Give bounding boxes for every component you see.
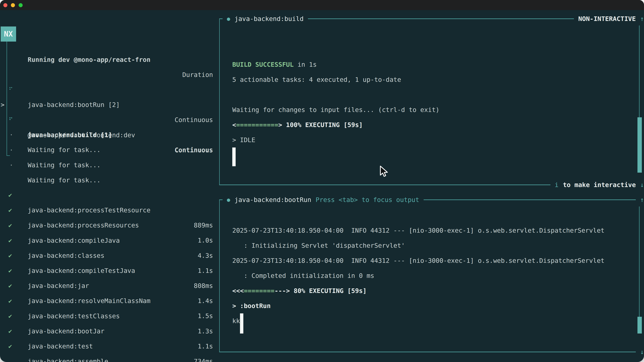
build-output-panel[interactable]: ● java-backend:build NON-INTERACTIVE ↑ B… bbox=[219, 19, 644, 185]
border-line bbox=[219, 185, 550, 185]
build-panel-header: ● java-backend:build NON-INTERACTIVE ↑ bbox=[219, 14, 644, 24]
completed-task-row[interactable]: ✔ java-backend:assemble 774ms bbox=[0, 324, 225, 339]
close-button[interactable] bbox=[3, 3, 8, 7]
waiting-task-row: · Waiting for task... bbox=[0, 127, 225, 142]
progress-left-cap: <<< bbox=[232, 287, 244, 295]
waiting-label: Waiting for task... bbox=[28, 158, 100, 173]
task-duration: 1.1s bbox=[198, 339, 213, 354]
build-successful-text: BUILD SUCCESSFUL bbox=[232, 61, 294, 68]
panel-left-border bbox=[219, 19, 220, 185]
task-row-build-selected[interactable]: > ⠋ java-backend:build [1] Continuous bbox=[0, 82, 225, 97]
interactive-hint-key: i bbox=[555, 181, 559, 189]
bootrun-output-panel[interactable]: ● java-backend:bootRun Press <tab> to fo… bbox=[219, 200, 644, 352]
scroll-up-icon[interactable]: ↑ bbox=[640, 196, 644, 203]
panel-title: java-backend:bootRun bbox=[234, 196, 311, 203]
interactive-hint-text: to make interactive bbox=[563, 181, 636, 189]
scrollbar-track[interactable] bbox=[639, 25, 640, 117]
scrollbar-track[interactable] bbox=[639, 206, 640, 317]
progress-left-cap: < bbox=[232, 121, 236, 129]
completed-task-row[interactable]: ✔ java-backend:jar 1.4s bbox=[0, 248, 225, 263]
panel-left-border bbox=[219, 200, 220, 352]
zoom-button[interactable] bbox=[18, 3, 23, 7]
panel-title: java-backend:build bbox=[234, 15, 304, 22]
progress-label: 100% EXECUTING [59s] bbox=[282, 121, 362, 129]
task-bullet-icon: ● bbox=[227, 197, 230, 203]
border-stub bbox=[219, 18, 222, 19]
task-row-bootrun[interactable]: ⠋ java-backend:bootRun [2] Continuous bbox=[0, 67, 225, 82]
build-time-text: in 1s bbox=[294, 61, 317, 68]
scroll-up-icon[interactable]: ↑ bbox=[640, 15, 644, 22]
typed-input[interactable]: kk bbox=[232, 313, 240, 329]
task-row-frontend-dev[interactable]: ⠋ @mono-app/react-frontend:dev Continuou… bbox=[0, 97, 225, 112]
completed-task-row[interactable]: ✔ java-backend:compileTestJava 808ms bbox=[0, 233, 225, 248]
terminal-cursor bbox=[232, 147, 236, 166]
progress-dashes: --- bbox=[274, 287, 286, 295]
completed-task-row[interactable]: ✔ java-backend:compileJava 4.3s bbox=[0, 203, 225, 218]
scrollbar-thumb[interactable] bbox=[638, 117, 642, 173]
terminal-cursor bbox=[240, 313, 243, 334]
progress-label: 80% EXECUTING [59s] bbox=[290, 287, 366, 295]
gradle-prompt-line: > :bootRun bbox=[232, 298, 271, 313]
mouse-cursor bbox=[379, 166, 390, 178]
log-line: 2025-07-23T13:40:18.950-04:00 INFO 44312… bbox=[232, 253, 604, 268]
completed-task-row[interactable]: ✔ java-backend:classes 1.1s bbox=[0, 218, 225, 233]
waiting-for-changes-line: Waiting for changes to input files... (c… bbox=[232, 102, 440, 117]
build-panel-footer: i to make interactive ↓ bbox=[219, 180, 644, 190]
build-progress-bar: <===========> 100% EXECUTING [59s] bbox=[232, 117, 363, 132]
bootrun-progress-bar: <<<========---> 80% EXECUTING [59s] bbox=[232, 283, 366, 298]
task-name: java-backend:test bbox=[28, 339, 93, 354]
completed-task-row[interactable]: ✔ java-backend:processResources 1.0s bbox=[0, 188, 225, 203]
bootrun-panel-header: ● java-backend:bootRun Press <tab> to fo… bbox=[219, 195, 644, 205]
waiting-task-row: · Waiting for task... bbox=[0, 112, 225, 127]
sidebar-header: Running dev @mono-app/react-fron Duratio… bbox=[0, 37, 225, 52]
completed-task-row[interactable]: ✔ java-backend:test 734ms bbox=[0, 309, 225, 324]
non-interactive-badge: NON-INTERACTIVE bbox=[578, 15, 636, 22]
progress-bar-fill: =========== bbox=[236, 121, 278, 129]
progress-bar-fill: ======== bbox=[244, 287, 274, 295]
log-line: 2025-07-23T13:40:18.950-04:00 INFO 44312… bbox=[232, 223, 604, 238]
sidebar-footer: ← 1/2 → quit: q help: ? bbox=[0, 354, 225, 362]
scroll-down-icon[interactable]: ↓ bbox=[640, 181, 644, 189]
border-line bbox=[424, 199, 636, 200]
completed-task-row[interactable]: ✔ java-backend:processTestResource 889ms bbox=[0, 172, 225, 188]
scroll-down-icon[interactable]: ↓ bbox=[640, 348, 644, 356]
minimize-button[interactable] bbox=[11, 3, 15, 7]
focus-output-hint: Press <tab> to focus output bbox=[316, 196, 419, 203]
log-line: : Initializing Servlet 'dispatcherServle… bbox=[232, 238, 405, 253]
actionable-tasks-line: 5 actionable tasks: 4 executed, 1 up-to-… bbox=[232, 72, 401, 87]
completed-task-row[interactable]: ✔ java-backend:bootJar 1.1s bbox=[0, 294, 225, 309]
log-line: : Completed initialization in 0 ms bbox=[232, 268, 374, 283]
run-command-title: Running dev @mono-app/react-fron bbox=[28, 52, 150, 67]
border-line bbox=[219, 352, 636, 352]
border-stub bbox=[219, 199, 222, 200]
titlebar bbox=[0, 0, 644, 10]
waiting-task-row: · Waiting for task... bbox=[0, 142, 225, 158]
idle-status-line: > IDLE bbox=[232, 132, 255, 147]
task-bullet-icon: ● bbox=[227, 15, 230, 22]
border-line bbox=[308, 18, 574, 19]
bootrun-panel-footer: ↓ bbox=[219, 347, 644, 357]
check-icon: ✔ bbox=[8, 339, 12, 354]
progress-right-cap: > bbox=[286, 287, 290, 295]
scrollbar-thumb[interactable] bbox=[638, 317, 642, 334]
task-list-sidebar: NX Running dev @mono-app/react-fron Dura… bbox=[0, 10, 225, 362]
terminal-window: NX Running dev @mono-app/react-fron Dura… bbox=[0, 0, 644, 362]
progress-right-cap: > bbox=[278, 121, 282, 129]
pending-dot-icon: · bbox=[10, 158, 13, 173]
completed-task-row[interactable]: ✔ java-backend:resolveMainClassNam 1.5s bbox=[0, 263, 225, 278]
completed-task-row[interactable]: ✔ java-backend:testClasses 1.3s bbox=[0, 278, 225, 294]
